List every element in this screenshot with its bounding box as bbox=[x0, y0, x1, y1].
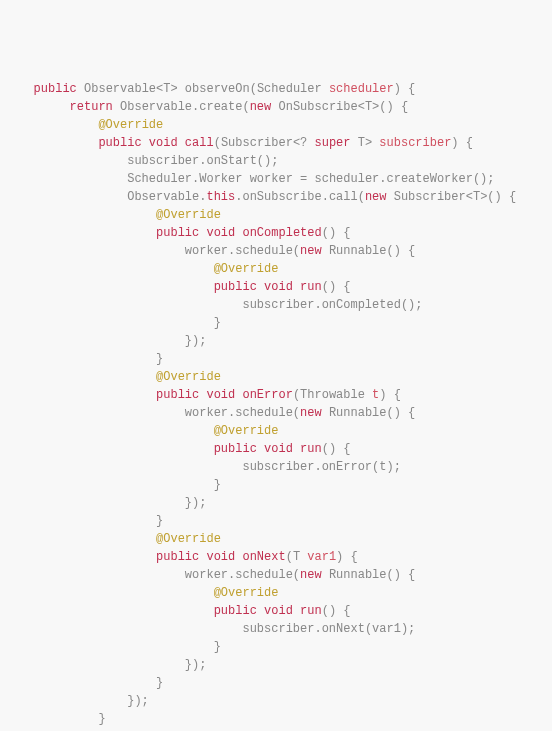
keyword-public: public bbox=[34, 82, 77, 96]
var-subscriber: subscriber bbox=[127, 154, 199, 168]
method-createWorker: createWorker bbox=[387, 172, 473, 186]
param-scheduler: scheduler bbox=[329, 82, 394, 96]
method-onNext: onNext bbox=[242, 550, 285, 564]
method-schedule: schedule bbox=[235, 568, 293, 582]
method-run: run bbox=[300, 280, 322, 294]
var-worker: worker bbox=[185, 568, 228, 582]
var-worker: worker bbox=[250, 172, 293, 186]
method-call: call bbox=[185, 136, 214, 150]
var-subscriber: subscriber bbox=[242, 298, 314, 312]
type-observable: Observable bbox=[84, 82, 156, 96]
method-onStart: onStart bbox=[206, 154, 256, 168]
type-subscriber: Subscriber bbox=[221, 136, 293, 150]
keyword-public: public bbox=[214, 604, 257, 618]
type-worker: Worker bbox=[199, 172, 242, 186]
keyword-public: public bbox=[156, 550, 199, 564]
method-observeOn: observeOn bbox=[185, 82, 250, 96]
field-onSubscribe: onSubscribe bbox=[242, 190, 321, 204]
method-onCompleted: onCompleted bbox=[322, 298, 401, 312]
method-onNext: onNext bbox=[322, 622, 365, 636]
type-T: T bbox=[473, 190, 480, 204]
keyword-public: public bbox=[156, 226, 199, 240]
type-observable: Observable bbox=[120, 100, 192, 114]
annotation-override: @Override bbox=[214, 424, 279, 438]
type-subscriber: Subscriber bbox=[394, 190, 466, 204]
param-var1: var1 bbox=[307, 550, 336, 564]
var-subscriber: subscriber bbox=[242, 622, 314, 636]
method-schedule: schedule bbox=[235, 406, 293, 420]
type-scheduler: Scheduler bbox=[127, 172, 192, 186]
annotation-override: @Override bbox=[214, 262, 279, 276]
keyword-void: void bbox=[264, 442, 293, 456]
type-runnable: Runnable bbox=[329, 568, 387, 582]
keyword-this: this bbox=[206, 190, 235, 204]
method-schedule: schedule bbox=[235, 244, 293, 258]
method-onError: onError bbox=[242, 388, 292, 402]
keyword-new: new bbox=[300, 244, 322, 258]
keyword-void: void bbox=[206, 550, 235, 564]
type-T: T bbox=[293, 550, 300, 564]
keyword-new: new bbox=[365, 190, 387, 204]
var-subscriber: subscriber bbox=[242, 460, 314, 474]
annotation-override: @Override bbox=[156, 532, 221, 546]
annotation-override: @Override bbox=[214, 586, 279, 600]
var-worker: worker bbox=[185, 244, 228, 258]
keyword-super: super bbox=[315, 136, 351, 150]
method-create: create bbox=[199, 100, 242, 114]
var-worker: worker bbox=[185, 406, 228, 420]
type-onsubscribe: OnSubscribe bbox=[278, 100, 357, 114]
method-onCompleted: onCompleted bbox=[242, 226, 321, 240]
type-runnable: Runnable bbox=[329, 406, 387, 420]
param-t: t bbox=[372, 388, 379, 402]
type-T: T bbox=[163, 82, 170, 96]
keyword-new: new bbox=[300, 406, 322, 420]
annotation-override: @Override bbox=[156, 370, 221, 384]
type-T: T bbox=[365, 100, 372, 114]
keyword-void: void bbox=[206, 226, 235, 240]
keyword-void: void bbox=[149, 136, 178, 150]
param-subscriber: subscriber bbox=[379, 136, 451, 150]
type-T: T bbox=[358, 136, 365, 150]
keyword-public: public bbox=[156, 388, 199, 402]
method-onError: onError bbox=[322, 460, 372, 474]
keyword-new: new bbox=[300, 568, 322, 582]
type-observable: Observable bbox=[127, 190, 199, 204]
keyword-public: public bbox=[98, 136, 141, 150]
method-run: run bbox=[300, 442, 322, 456]
type-runnable: Runnable bbox=[329, 244, 387, 258]
type-throwable: Throwable bbox=[300, 388, 365, 402]
annotation-override: @Override bbox=[156, 208, 221, 222]
var-scheduler: scheduler bbox=[314, 172, 379, 186]
keyword-new: new bbox=[250, 100, 272, 114]
keyword-public: public bbox=[214, 280, 257, 294]
keyword-public: public bbox=[214, 442, 257, 456]
keyword-void: void bbox=[206, 388, 235, 402]
type-scheduler: Scheduler bbox=[257, 82, 322, 96]
keyword-void: void bbox=[264, 280, 293, 294]
keyword-return: return bbox=[70, 100, 113, 114]
code-block: public Observable<T> observeOn(Scheduler… bbox=[12, 80, 540, 731]
method-run: run bbox=[300, 604, 322, 618]
keyword-void: void bbox=[264, 604, 293, 618]
method-call: call bbox=[329, 190, 358, 204]
annotation-override: @Override bbox=[98, 118, 163, 132]
